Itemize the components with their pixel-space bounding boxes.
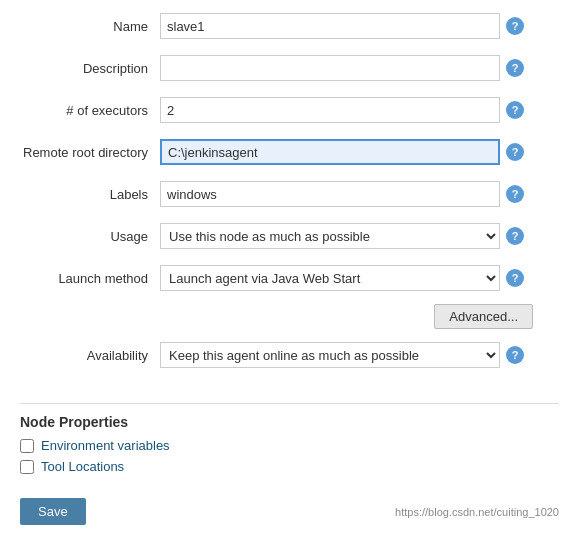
env-variables-row: Environment variables — [20, 438, 559, 453]
name-label: Name — [20, 19, 160, 34]
executors-help-icon[interactable]: ? — [506, 101, 524, 119]
description-input[interactable] — [160, 55, 500, 81]
launch-method-select[interactable]: Launch agent via Java Web Start Launch a… — [160, 265, 500, 291]
description-label: Description — [20, 61, 160, 76]
usage-help-icon[interactable]: ? — [506, 227, 524, 245]
availability-row: Availability Keep this agent online as m… — [20, 339, 559, 371]
usage-select[interactable]: Use this node as much as possible Only b… — [160, 223, 500, 249]
env-variables-label[interactable]: Environment variables — [41, 438, 170, 453]
availability-select[interactable]: Keep this agent online as much as possib… — [160, 342, 500, 368]
labels-row: Labels ? — [20, 178, 559, 210]
save-button[interactable]: Save — [20, 498, 86, 525]
executors-input[interactable] — [160, 97, 500, 123]
advanced-button[interactable]: Advanced... — [434, 304, 533, 329]
tool-locations-row: Tool Locations — [20, 459, 559, 474]
availability-label: Availability — [20, 348, 160, 363]
tool-locations-label[interactable]: Tool Locations — [41, 459, 124, 474]
name-field: ? — [160, 13, 559, 39]
launch-method-row: Launch method Launch agent via Java Web … — [20, 262, 559, 294]
save-row: Save https://blog.csdn.net/cuiting_1020 — [0, 490, 579, 533]
footer-url: https://blog.csdn.net/cuiting_1020 — [395, 506, 559, 518]
labels-help-icon[interactable]: ? — [506, 185, 524, 203]
labels-label: Labels — [20, 187, 160, 202]
env-variables-checkbox[interactable] — [20, 439, 34, 453]
availability-field: Keep this agent online as much as possib… — [160, 342, 559, 368]
name-help-icon[interactable]: ? — [506, 17, 524, 35]
labels-input[interactable] — [160, 181, 500, 207]
executors-label: # of executors — [20, 103, 160, 118]
name-row: Name ? — [20, 10, 559, 42]
description-row: Description ? — [20, 52, 559, 84]
tool-locations-checkbox[interactable] — [20, 460, 34, 474]
executors-field: ? — [160, 97, 559, 123]
description-help-icon[interactable]: ? — [506, 59, 524, 77]
executors-row: # of executors ? — [20, 94, 559, 126]
labels-field: ? — [160, 181, 559, 207]
remote-root-label: Remote root directory — [20, 145, 160, 160]
advanced-row: Advanced... — [20, 304, 559, 329]
launch-method-label: Launch method — [20, 271, 160, 286]
usage-field: Use this node as much as possible Only b… — [160, 223, 559, 249]
remote-root-row: Remote root directory ? — [20, 136, 559, 168]
remote-root-field: ? — [160, 139, 559, 165]
node-properties-title: Node Properties — [20, 403, 559, 430]
description-field: ? — [160, 55, 559, 81]
remote-root-help-icon[interactable]: ? — [506, 143, 524, 161]
launch-help-icon[interactable]: ? — [506, 269, 524, 287]
name-input[interactable] — [160, 13, 500, 39]
node-properties-section: Node Properties Environment variables To… — [0, 403, 579, 490]
usage-label: Usage — [20, 229, 160, 244]
remote-root-input[interactable] — [160, 139, 500, 165]
availability-help-icon[interactable]: ? — [506, 346, 524, 364]
launch-method-field: Launch agent via Java Web Start Launch a… — [160, 265, 559, 291]
usage-row: Usage Use this node as much as possible … — [20, 220, 559, 252]
